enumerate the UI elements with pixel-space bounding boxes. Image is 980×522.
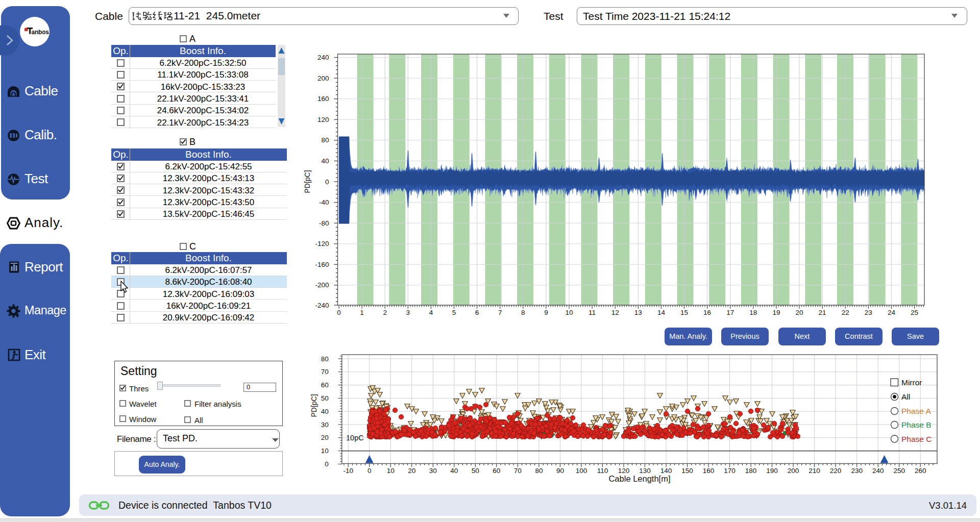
svg-text:Cable Length[m]: Cable Length[m] — [608, 474, 670, 483]
svg-text:160: 160 — [317, 95, 329, 103]
svg-text:PD[pC]: PD[pC] — [303, 170, 311, 193]
svg-text:40: 40 — [450, 467, 458, 475]
svg-text:9: 9 — [544, 309, 548, 316]
svg-text:17: 17 — [726, 309, 734, 316]
svg-text:240: 240 — [872, 467, 884, 475]
svg-text:8: 8 — [521, 309, 525, 316]
svg-text:230: 230 — [851, 467, 863, 475]
svg-text:5: 5 — [452, 309, 456, 316]
svg-text:7: 7 — [498, 309, 502, 316]
svg-text:20: 20 — [408, 467, 415, 475]
svg-text:150: 150 — [681, 467, 693, 475]
svg-text:anbos: anbos — [32, 29, 50, 36]
svg-text:25: 25 — [911, 309, 918, 316]
svg-text:260: 260 — [915, 467, 926, 475]
svg-text:-200: -200 — [315, 281, 329, 289]
svg-text:50: 50 — [472, 467, 479, 475]
svg-text:-10: -10 — [343, 467, 353, 475]
svg-text:-160: -160 — [315, 261, 329, 268]
svg-text:4: 4 — [429, 309, 433, 316]
svg-text:120: 120 — [317, 116, 329, 123]
svg-text:14: 14 — [657, 309, 666, 316]
svg-text:30: 30 — [429, 467, 437, 475]
svg-text:13: 13 — [634, 309, 642, 316]
svg-text:60: 60 — [321, 381, 329, 389]
svg-text:90: 90 — [556, 467, 564, 475]
svg-text:23: 23 — [865, 309, 872, 316]
svg-text:20: 20 — [795, 309, 803, 316]
svg-text:0: 0 — [325, 460, 329, 468]
svg-text:2: 2 — [383, 309, 387, 316]
svg-text:Phase B: Phase B — [901, 420, 932, 429]
svg-text:18: 18 — [749, 309, 757, 316]
svg-text:40: 40 — [321, 157, 329, 165]
svg-text:250: 250 — [893, 467, 905, 475]
svg-text:170: 170 — [724, 467, 736, 475]
svg-text:PD[pC]: PD[pC] — [310, 394, 318, 417]
svg-text:70: 70 — [514, 467, 522, 475]
svg-text:-240: -240 — [315, 302, 329, 309]
svg-text:120: 120 — [618, 467, 630, 475]
svg-text:210: 210 — [808, 467, 820, 475]
svg-text:22: 22 — [842, 309, 849, 316]
svg-text:-120: -120 — [315, 240, 329, 247]
svg-text:80: 80 — [321, 136, 329, 144]
svg-text:3: 3 — [406, 309, 410, 316]
svg-text:100: 100 — [576, 467, 587, 475]
svg-text:20: 20 — [321, 434, 329, 441]
svg-text:130: 130 — [639, 467, 651, 475]
svg-text:80: 80 — [321, 355, 329, 363]
svg-text:0: 0 — [325, 178, 329, 186]
svg-text:15: 15 — [680, 309, 688, 316]
svg-text:10: 10 — [565, 309, 573, 316]
svg-text:12: 12 — [611, 309, 619, 316]
svg-text:6: 6 — [475, 309, 479, 316]
svg-text:0: 0 — [368, 467, 372, 475]
svg-text:-40: -40 — [319, 198, 329, 206]
svg-text:10: 10 — [387, 467, 395, 475]
svg-text:40: 40 — [321, 408, 329, 415]
svg-text:21: 21 — [819, 309, 826, 316]
svg-text:180: 180 — [745, 467, 757, 475]
svg-text:200: 200 — [788, 467, 799, 475]
svg-text:70: 70 — [321, 368, 329, 376]
svg-text:80: 80 — [535, 467, 543, 475]
svg-text:Mirror: Mirror — [901, 378, 922, 387]
svg-text:30: 30 — [321, 421, 329, 429]
svg-text:Phase A: Phase A — [901, 407, 931, 415]
svg-text:190: 190 — [766, 467, 778, 475]
svg-text:110: 110 — [597, 467, 608, 475]
svg-text:60: 60 — [493, 467, 500, 475]
svg-text:0: 0 — [337, 309, 341, 316]
svg-text:16: 16 — [703, 309, 711, 316]
svg-text:Phase C: Phase C — [901, 435, 932, 443]
svg-text:1: 1 — [360, 309, 364, 316]
svg-text:19: 19 — [772, 309, 780, 316]
svg-text:10pC: 10pC — [346, 434, 364, 442]
svg-text:140: 140 — [660, 467, 672, 475]
svg-text:160: 160 — [703, 467, 715, 475]
svg-text:200: 200 — [317, 74, 329, 82]
svg-text:All: All — [901, 392, 910, 401]
svg-text:-80: -80 — [319, 219, 329, 227]
svg-text:10: 10 — [321, 447, 329, 455]
svg-text:240: 240 — [317, 54, 329, 61]
svg-text:50: 50 — [321, 394, 329, 402]
svg-text:24: 24 — [888, 309, 896, 316]
svg-text:220: 220 — [830, 467, 842, 475]
svg-text:11: 11 — [589, 309, 596, 316]
